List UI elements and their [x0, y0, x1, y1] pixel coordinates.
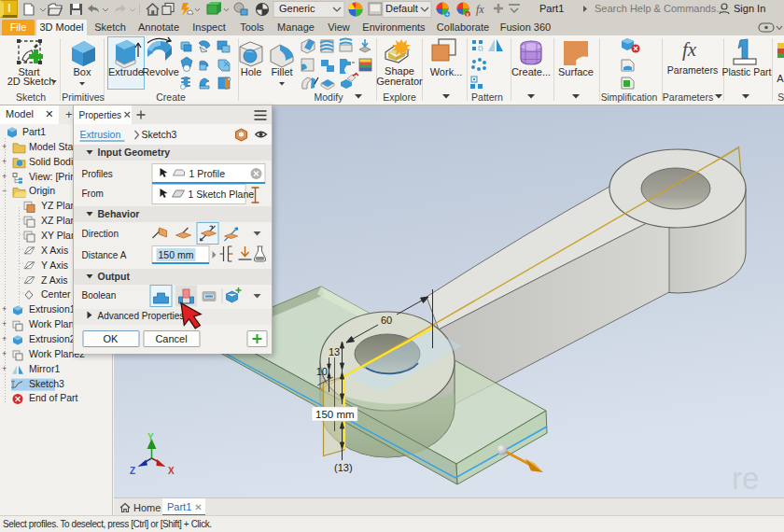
- svg-text:+: +: [2, 304, 7, 314]
- svg-text:13: 13: [329, 346, 340, 357]
- svg-text:+: +: [2, 142, 7, 151]
- svg-text:Direction: Direction: [82, 229, 119, 239]
- svg-text:X Axis: X Axis: [41, 245, 68, 256]
- svg-text:Hole: Hole: [241, 66, 262, 77]
- svg-text:Plastic Part: Plastic Part: [721, 66, 771, 77]
- svg-text:Extrusion1: Extrusion1: [29, 303, 76, 315]
- svg-text:Output: Output: [98, 271, 131, 282]
- svg-text:+: +: [2, 349, 7, 358]
- svg-text:x: x: [466, 11, 469, 18]
- svg-text:Mirror1: Mirror1: [29, 363, 60, 374]
- svg-text:Pattern: Pattern: [471, 91, 503, 103]
- svg-text:Cancel: Cancel: [155, 333, 187, 344]
- svg-text:Advanced Properties: Advanced Properties: [98, 311, 185, 321]
- svg-text:Sketch: Sketch: [16, 91, 46, 103]
- svg-text:Primitives: Primitives: [62, 91, 105, 103]
- svg-text:2D Sketch: 2D Sketch: [7, 76, 55, 87]
- svg-text:Z: Z: [130, 466, 135, 476]
- svg-text:Part1: Part1: [22, 126, 46, 137]
- svg-text:Surface: Surface: [558, 66, 594, 77]
- svg-text:Work...: Work...: [430, 66, 463, 77]
- svg-text:Y Axis: Y Axis: [41, 259, 68, 271]
- svg-text:re: re: [732, 461, 759, 496]
- svg-text:1 Profile: 1 Profile: [189, 168, 226, 179]
- svg-text:150 mm: 150 mm: [315, 409, 355, 420]
- svg-text:fx: fx: [682, 38, 697, 61]
- svg-text:Modify: Modify: [315, 91, 344, 103]
- svg-text:Default: Default: [385, 3, 418, 14]
- svg-text:Search Help & Commands...: Search Help & Commands...: [595, 3, 724, 14]
- svg-text:+: +: [2, 172, 7, 181]
- svg-text:fx: fx: [476, 3, 484, 16]
- svg-text:10: 10: [316, 366, 328, 377]
- svg-text:Behavior: Behavior: [98, 208, 140, 219]
- svg-text:OK: OK: [104, 333, 119, 344]
- svg-text:+: +: [445, 11, 449, 18]
- svg-text:Parameters: Parameters: [667, 64, 718, 76]
- svg-text:Distance A: Distance A: [82, 250, 127, 260]
- svg-text:1 Sketch Plane: 1 Sketch Plane: [189, 189, 255, 200]
- svg-text:Part1: Part1: [539, 3, 564, 14]
- svg-text:Generator: Generator: [376, 76, 423, 87]
- svg-text:Z Axis: Z Axis: [41, 274, 68, 286]
- svg-text:From: From: [82, 189, 104, 199]
- svg-text:Input Geometry: Input Geometry: [98, 147, 171, 158]
- svg-text:150 mm: 150 mm: [159, 249, 194, 260]
- svg-text:Box: Box: [74, 66, 91, 77]
- svg-text:Origin: Origin: [29, 185, 55, 196]
- svg-text:X: X: [168, 466, 175, 476]
- svg-text:60: 60: [381, 315, 392, 326]
- svg-text:Sketch3: Sketch3: [29, 378, 64, 389]
- svg-text:Create: Create: [156, 91, 186, 103]
- svg-text:+: +: [2, 334, 7, 343]
- svg-text:Boolean: Boolean: [82, 290, 117, 301]
- svg-text:A: A: [777, 73, 784, 84]
- svg-text:Profiles: Profiles: [82, 169, 113, 179]
- svg-text:(13): (13): [334, 462, 353, 473]
- svg-text:Y: Y: [147, 432, 154, 442]
- svg-text:Extrusion2: Extrusion2: [29, 333, 76, 344]
- svg-text:Revolve: Revolve: [142, 66, 179, 77]
- svg-text:Generic: Generic: [279, 3, 315, 14]
- svg-text:Fillet: Fillet: [271, 66, 292, 77]
- svg-text:Extrude: Extrude: [108, 66, 144, 77]
- svg-text:Properties: Properties: [79, 110, 122, 120]
- svg-text:Sketch3: Sketch3: [142, 129, 177, 140]
- svg-text:Explore: Explore: [383, 91, 416, 103]
- svg-text:Parameters: Parameters: [663, 91, 713, 103]
- svg-text:+: +: [2, 364, 7, 373]
- svg-text:+: +: [2, 319, 7, 329]
- svg-text:Sign In: Sign In: [734, 3, 765, 14]
- svg-text:−: −: [2, 186, 7, 195]
- svg-text:End of Part: End of Part: [29, 392, 78, 403]
- svg-text:I: I: [7, 2, 10, 15]
- svg-text:Create...: Create...: [511, 66, 551, 77]
- svg-text:Simplification: Simplification: [601, 92, 658, 103]
- svg-text:+: +: [2, 157, 7, 166]
- svg-text:Si: Si: [777, 91, 784, 103]
- svg-text:Extrusion: Extrusion: [80, 129, 121, 140]
